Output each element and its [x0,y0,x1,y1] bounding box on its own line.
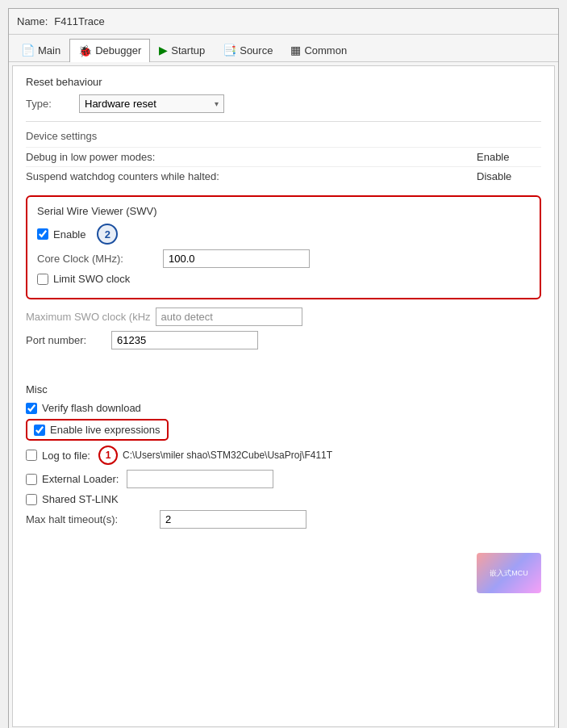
live-expr-wrapper: Enable live expressions [26,419,541,441]
verify-flash-checkbox[interactable] [26,403,37,414]
dropdown-arrow-icon: ▾ [215,99,219,108]
log-to-file-checkbox[interactable] [26,450,37,461]
device-settings-section: Device settings Debug in low power modes… [26,130,541,186]
external-loader-input[interactable] [127,470,273,488]
debug-low-power-label: Debug in low power modes: [26,151,470,163]
suspend-watchdog-value: Disable [477,170,541,182]
live-expr-box: Enable live expressions [26,419,169,441]
port-label: Port number: [26,334,106,346]
startup-tab-icon: ▶ [159,44,168,56]
tab-debugger[interactable]: 🐞 Debugger [69,39,150,62]
core-clock-row: Core Clock (MHz): [37,249,530,268]
limit-swo-label: Limit SWO clock [53,273,130,285]
tab-bar: 📄 Main 🐞 Debugger ▶ Startup 📑 Source ▦ C… [9,35,558,62]
swv-enable-row: Enable 2 [37,224,530,245]
main-tab-icon: 📄 [21,44,35,56]
name-row: Name: F411Trace [9,9,558,35]
debug-low-power-value: Enable [477,151,541,163]
reset-behaviour-section: Reset behaviour Type: Hardware reset ▾ [26,76,541,113]
max-swo-row: Maximum SWO clock (kHz [26,308,541,326]
max-halt-input[interactable] [160,510,306,529]
tab-debugger-label: Debugger [95,44,141,56]
log-to-file-label: Log to file: [42,450,90,462]
separator-1 [26,121,541,122]
max-halt-label: Max halt timeout(s): [26,513,155,525]
tab-main-label: Main [38,44,60,56]
tab-source-label: Source [240,44,273,56]
verify-flash-row: Verify flash download [26,402,541,414]
live-expr-checkbox[interactable] [34,425,45,436]
debugger-tab-icon: 🐞 [78,44,92,57]
external-loader-row: External Loader: [26,470,541,488]
debug-low-power-row: Debug in low power modes: Enable [26,147,541,166]
shared-stlink-checkbox[interactable] [26,494,37,505]
log-path-value: C:\Users\miler shao\STM32Cube\UsaProj\F4… [123,450,332,461]
watermark: 嵌入式MCU [477,553,541,593]
badge-1: 1 [98,446,118,465]
suspend-watchdog-label: Suspend watchdog counters while halted: [26,170,470,182]
external-loader-checkbox[interactable] [26,474,37,485]
watermark-text: 嵌入式MCU [490,569,528,578]
common-tab-icon: ▦ [290,44,301,56]
source-tab-icon: 📑 [223,44,236,56]
tab-startup[interactable]: ▶ Startup [150,38,214,61]
log-to-file-row: Log to file: 1 C:\Users\miler shao\STM32… [26,446,541,465]
core-clock-label: Core Clock (MHz): [37,253,158,265]
reset-type-dropdown[interactable]: Hardware reset ▾ [79,94,224,113]
live-expr-label: Enable live expressions [50,424,161,436]
misc-title: Misc [26,383,541,395]
name-label: Name: [17,15,48,27]
tab-main[interactable]: 📄 Main [12,38,69,61]
device-settings-title: Device settings [26,130,541,142]
swv-enable-checkbox[interactable] [37,228,48,240]
swv-enable-label: Enable [53,228,85,241]
verify-flash-label: Verify flash download [42,402,141,414]
name-value: F411Trace [54,15,104,27]
max-halt-row: Max halt timeout(s): [26,510,541,529]
max-swo-input[interactable] [156,308,302,326]
external-loader-label: External Loader: [42,473,119,485]
max-swo-label: Maximum SWO clock (kHz [26,311,151,323]
shared-stlink-label: Shared ST-LINK [42,493,119,505]
shared-stlink-row: Shared ST-LINK [26,493,541,505]
content-panel: Reset behaviour Type: Hardware reset ▾ D… [12,65,555,727]
swv-section: Serial Wire Viewer (SWV) Enable 2 Core C… [26,195,541,299]
swv-badge-2: 2 [97,224,118,245]
misc-section: Misc Verify flash download Enable live e… [26,383,541,529]
suspend-watchdog-row: Suspend watchdog counters while halted: … [26,166,541,186]
tab-common[interactable]: ▦ Common [281,38,356,61]
swv-title: Serial Wire Viewer (SWV) [37,205,530,217]
core-clock-input[interactable] [163,249,310,268]
reset-type-row: Type: Hardware reset ▾ [26,94,541,113]
reset-section-title: Reset behaviour [26,76,541,88]
limit-swo-checkbox[interactable] [37,274,48,285]
port-input[interactable] [111,331,258,349]
limit-swo-row: Limit SWO clock [37,273,530,285]
tab-common-label: Common [304,44,347,56]
reset-type-label: Type: [26,98,74,110]
tab-source[interactable]: 📑 Source [214,38,281,61]
watermark-area: 嵌入式MCU [26,553,541,593]
port-row: Port number: [26,331,541,349]
reset-type-value: Hardware reset [85,98,156,110]
tab-startup-label: Startup [171,44,205,56]
